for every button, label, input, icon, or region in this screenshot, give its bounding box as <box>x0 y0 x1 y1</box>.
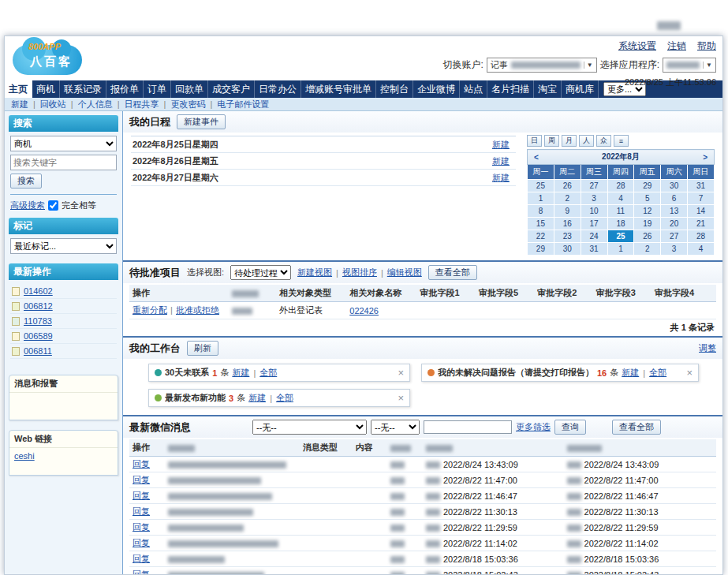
close-icon[interactable]: × <box>686 368 693 378</box>
weblink-ceshi[interactable]: ceshi <box>14 451 35 461</box>
nav-tab-成交客户[interactable]: 成交客户 <box>208 80 255 98</box>
calendar-day[interactable]: 5 <box>634 192 661 205</box>
prev-month-link[interactable]: < <box>534 153 539 162</box>
recent-record-link[interactable]: 006589 <box>24 331 53 341</box>
recent-record-link[interactable]: 006811 <box>24 346 52 356</box>
sort-view-link[interactable]: 视图排序 <box>342 267 377 278</box>
nav-tab-日常办公[interactable]: 日常办公 <box>255 80 301 98</box>
card-all-link[interactable]: 全部 <box>259 367 277 379</box>
calendar-day[interactable]: 13 <box>661 205 688 218</box>
subnav-link-更改密码[interactable]: 更改密码 <box>170 99 205 110</box>
adjust-link[interactable]: 调整 <box>699 342 716 354</box>
nav-tab-增减账号审批单[interactable]: 增减账号审批单 <box>301 80 376 98</box>
calendar-day[interactable]: 4 <box>607 192 634 205</box>
logout-link[interactable]: 注销 <box>667 39 686 53</box>
calendar-day-today[interactable]: 25 <box>607 230 634 243</box>
calendar-day[interactable]: 27 <box>581 180 607 192</box>
calendar-day[interactable]: 3 <box>581 192 607 205</box>
calendar-day[interactable]: 29 <box>634 180 661 192</box>
calendar-day[interactable]: 27 <box>661 230 688 243</box>
calendar-day[interactable]: 9 <box>554 205 581 218</box>
card-all-link[interactable]: 全部 <box>276 392 293 404</box>
subnav-link-个人信息[interactable]: 个人信息 <box>78 99 113 110</box>
nav-tab-订单[interactable]: 订单 <box>144 80 171 98</box>
calendar-day[interactable]: 16 <box>554 218 581 230</box>
nav-tab-控制台[interactable]: 控制台 <box>376 80 413 98</box>
next-month-link[interactable]: > <box>703 153 707 162</box>
subnav-link-日程共享[interactable]: 日程共享 <box>125 99 159 110</box>
calendar-day[interactable]: 23 <box>554 230 581 243</box>
calendar-day[interactable]: 24 <box>581 230 607 243</box>
subnav-link-新建[interactable]: 新建 <box>11 99 28 110</box>
calendar-day[interactable]: 26 <box>554 180 581 192</box>
reply-link[interactable]: 回复 <box>133 475 150 484</box>
view-all-messages-button[interactable]: 查看全部 <box>612 420 661 435</box>
reply-link[interactable]: 回复 <box>133 522 150 532</box>
reply-link[interactable]: 回复 <box>133 506 150 516</box>
calendar-day[interactable]: 1 <box>528 192 554 205</box>
card-new-link[interactable]: 新建 <box>232 367 249 379</box>
card-all-link[interactable]: 全部 <box>649 367 666 379</box>
month-view-icon[interactable]: 月 <box>562 135 577 147</box>
calendar-day[interactable]: 4 <box>688 243 715 256</box>
calendar-day[interactable]: 21 <box>688 218 715 230</box>
calendar-day[interactable]: 29 <box>528 243 554 256</box>
help-link[interactable]: 帮助 <box>697 39 716 53</box>
list-view-icon[interactable]: ≡ <box>614 135 629 147</box>
calendar-day[interactable]: 30 <box>554 243 581 256</box>
edit-view-link[interactable]: 编辑视图 <box>387 267 422 278</box>
calendar-day[interactable]: 1 <box>607 243 634 256</box>
single-user-icon[interactable]: 人 <box>579 135 594 147</box>
new-event-link[interactable]: 新建 <box>492 139 510 151</box>
calendar-day[interactable]: 22 <box>528 230 554 243</box>
search-type-select[interactable]: 商机 <box>10 136 117 151</box>
advanced-search-link[interactable]: 高级搜索 <box>10 200 45 211</box>
close-icon[interactable]: × <box>398 368 404 378</box>
calendar-day[interactable]: 17 <box>581 218 607 230</box>
message-filter-select-2[interactable]: --无-- <box>371 420 420 435</box>
approve-reject-link[interactable]: 批准或拒绝 <box>176 305 219 315</box>
calendar-day[interactable]: 20 <box>661 218 688 230</box>
calendar-day[interactable]: 7 <box>688 192 715 205</box>
reassign-link[interactable]: 重新分配 <box>133 305 167 315</box>
reply-link[interactable]: 回复 <box>133 491 150 500</box>
day-view-icon[interactable]: 日 <box>527 135 542 147</box>
calendar-day[interactable]: 19 <box>634 218 661 230</box>
approvals-view-select[interactable]: 待处理过程 <box>230 265 291 280</box>
recent-record-link[interactable]: 006812 <box>24 301 53 311</box>
search-input[interactable] <box>10 155 117 170</box>
calendar-day[interactable]: 15 <box>528 218 554 230</box>
calendar-day[interactable]: 28 <box>688 230 715 243</box>
calendar-day[interactable]: 10 <box>581 205 607 218</box>
calendar-day[interactable]: 11 <box>607 205 634 218</box>
more-filters-link[interactable]: 更多筛选 <box>516 421 551 433</box>
multi-user-icon[interactable]: 众 <box>596 135 611 147</box>
nav-tab-商机[interactable]: 商机 <box>32 80 60 98</box>
calendar-day[interactable]: 18 <box>607 218 634 230</box>
recent-record-link[interactable]: 014602 <box>24 286 53 296</box>
recent-record-link[interactable]: 110783 <box>24 316 52 326</box>
nav-tab-联系记录[interactable]: 联系记录 <box>60 80 106 98</box>
message-filter-select-1[interactable]: --无-- <box>252 420 367 435</box>
calendar-day[interactable]: 28 <box>607 180 634 192</box>
calendar-day[interactable]: 25 <box>528 180 554 192</box>
reply-link[interactable]: 回复 <box>133 569 150 574</box>
new-view-link[interactable]: 新建视图 <box>297 267 332 278</box>
nav-tab-报价单[interactable]: 报价单 <box>106 80 144 98</box>
calendar-day[interactable]: 26 <box>634 230 661 243</box>
calendar-day[interactable]: 14 <box>688 205 715 218</box>
message-filter-input[interactable] <box>424 420 512 434</box>
week-view-icon[interactable]: 周 <box>544 135 559 147</box>
reply-link[interactable]: 回复 <box>133 459 150 469</box>
nav-tab-回款单[interactable]: 回款单 <box>171 80 208 98</box>
new-event-button[interactable]: 新建事件 <box>177 114 226 129</box>
calendar-day[interactable]: 31 <box>581 243 607 256</box>
calendar-day[interactable]: 31 <box>688 180 715 192</box>
calendar-day[interactable]: 2 <box>554 192 581 205</box>
new-event-link[interactable]: 新建 <box>492 155 510 167</box>
calendar-day[interactable]: 3 <box>661 243 688 256</box>
system-settings-link[interactable]: 系统设置 <box>618 39 656 53</box>
recent-tags-select[interactable]: 最近标记... <box>10 238 117 254</box>
close-icon[interactable]: × <box>398 393 404 403</box>
account-select[interactable]: 记事 ▼ <box>487 58 597 73</box>
